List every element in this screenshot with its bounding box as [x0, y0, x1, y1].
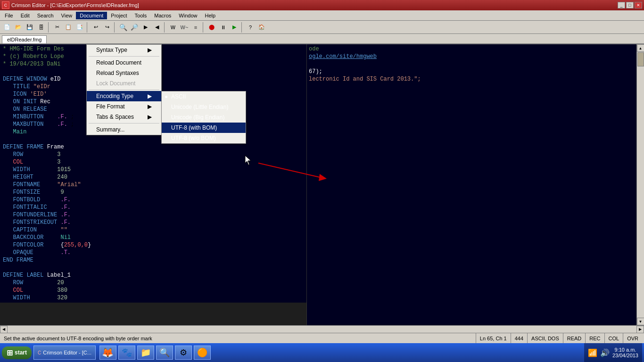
toolbar-save[interactable]: 💾 — [25, 22, 35, 33]
encoding-ascii[interactable]: ● ASCII — [162, 91, 246, 102]
submenu-arrow: ▶ — [148, 114, 152, 120]
separator — [89, 56, 159, 57]
system-clock: 9:10 a.m. 23/04/2013 — [612, 347, 638, 358]
toolbar-b2[interactable]: W~ — [179, 22, 190, 33]
toolbar-findprev[interactable]: ◀ — [152, 22, 162, 33]
toolbar-pause[interactable]: ⏸ — [218, 22, 228, 33]
menu-file-format[interactable]: File Format ▶ — [87, 101, 161, 112]
code-line: END FRAME — [0, 256, 306, 264]
code-line: FONTSTRIKEOUT .F. — [0, 219, 306, 226]
submenu-arrow: ▶ — [148, 103, 152, 110]
toolbar-undo[interactable]: ↩ — [91, 22, 101, 33]
status-message: Set the active document to UTF-8 encodin… — [2, 336, 476, 341]
code-line: BACKCOLOR Nil — [0, 234, 306, 241]
code-line: DEFINE FRAME Frame — [0, 143, 306, 151]
code-line: OPAQUE .T. — [0, 249, 306, 256]
menu-document[interactable]: Document — [76, 12, 107, 19]
submenu-arrow: ▶ — [148, 93, 152, 99]
menu-macros[interactable]: Macros — [150, 12, 175, 19]
toolbar-sep3 — [114, 22, 116, 33]
start-button[interactable]: ⊞ start — [2, 346, 32, 359]
encoding-utf8-nobom[interactable]: UTF-8 (w/o BOM) — [162, 133, 246, 143]
encoding-unicode-big[interactable]: Unicode (Big Endian) — [162, 112, 246, 123]
encoding-utf8-bom[interactable]: UTF-8 (with BOM) — [162, 123, 246, 133]
toolbar-home[interactable]: 🏠 — [256, 22, 267, 33]
scroll-thumb[interactable] — [637, 52, 644, 66]
submenu-arrow: ▶ — [148, 47, 152, 53]
document-dropdown: Syntax Type ▶ Reload Document Reload Syn… — [86, 44, 162, 135]
code-line: FONTBOLD .F. — [0, 196, 306, 204]
scroll-left-button[interactable]: ◀ — [0, 326, 8, 333]
maximize-button[interactable]: □ — [626, 2, 634, 8]
toolbar-new[interactable]: 📄 — [2, 22, 12, 33]
toolbar-find[interactable]: 🔍 — [118, 22, 128, 33]
menu-window[interactable]: Window — [175, 12, 201, 19]
encoding-submenu: ● ASCII Unicode (Little Endian) Unicode … — [161, 91, 246, 144]
encoding-unicode-little[interactable]: Unicode (Little Endian) — [162, 102, 246, 112]
toolbar-rec[interactable]: ⬤ — [206, 22, 217, 33]
toolbar-redo[interactable]: ↪ — [102, 22, 112, 33]
minimize-button[interactable]: _ — [618, 2, 625, 8]
close-button[interactable]: ✕ — [635, 2, 642, 8]
menu-syntax-type[interactable]: Syntax Type ▶ — [87, 45, 161, 55]
code-line: COL 3 — [0, 158, 306, 166]
toolbar-copy[interactable]: 📋 — [63, 22, 74, 33]
menu-lock-document: Lock Document — [87, 78, 161, 89]
scroll-right-button[interactable]: ▶ — [636, 326, 644, 333]
separator — [89, 90, 159, 90]
toolbar-paste[interactable]: 📑 — [74, 22, 85, 33]
hscroll-track[interactable] — [8, 326, 636, 333]
toolbar-play[interactable]: ▶ — [229, 22, 239, 33]
taskbar-app-item[interactable]: C Crimson Editor - [C... — [33, 346, 96, 360]
code-line: WIDTH 320 — [0, 294, 306, 302]
code-right-line: ogle.com/site/hmgweb — [307, 53, 636, 60]
taskbar-app5-icon[interactable]: ⚙ — [175, 346, 192, 360]
menu-file[interactable]: File — [1, 12, 17, 19]
title-bar: C Crimson Editor - [C:\EidExporter\Forms… — [0, 0, 644, 10]
toolbar-help[interactable]: ? — [245, 22, 256, 33]
toolbar-open[interactable]: 📂 — [13, 22, 24, 33]
scroll-up-button[interactable]: ▲ — [637, 44, 644, 52]
toolbar-b1[interactable]: W — [168, 22, 178, 33]
taskbar-app6-icon[interactable]: 🟠 — [194, 346, 211, 360]
taskbar-app3-icon[interactable]: 📁 — [137, 346, 154, 360]
scroll-down-button[interactable]: ▼ — [637, 318, 644, 325]
menu-search[interactable]: Search — [33, 12, 58, 19]
status-ovr: OVR — [623, 333, 642, 343]
toolbar-cut[interactable]: ✂ — [52, 22, 62, 33]
code-line: CAPTION "" — [0, 226, 306, 234]
menu-encoding-type[interactable]: Encoding Type ▶ ● ASCII Unicode (Little … — [87, 91, 161, 101]
horizontal-scrollbar[interactable]: ◀ ▶ — [0, 325, 644, 333]
taskbar-browser-icon[interactable]: 🦊 — [99, 346, 116, 360]
code-line: DEFINE LABEL Label_1 — [0, 272, 306, 279]
status-encoding: ASCII, DOS — [527, 333, 563, 343]
status-col: COL — [604, 333, 623, 343]
menu-view[interactable]: View — [58, 12, 76, 19]
menu-tabs-spaces[interactable]: Tabs & Spaces ▶ — [87, 112, 161, 122]
menu-reload-document[interactable]: Reload Document — [87, 58, 161, 68]
toolbar-saveall[interactable]: 🗄 — [36, 22, 46, 33]
taskbar-app2-icon[interactable]: 🐾 — [118, 346, 135, 360]
tab-eldreader[interactable]: elDReader.fmg — [2, 35, 47, 43]
toolbar-findnext[interactable]: ▶ — [140, 22, 151, 33]
menu-help[interactable]: Help — [201, 12, 219, 19]
taskbar-right: 📶 🔊 9:10 a.m. 23/04/2013 — [584, 343, 642, 362]
taskbar-app4-icon[interactable]: 🔍 — [156, 346, 173, 360]
menu-edit[interactable]: Edit — [17, 12, 33, 19]
code-line: FONTITALIC .F. — [0, 204, 306, 211]
status-col444: 444 — [511, 333, 527, 343]
menu-tools[interactable]: Tools — [131, 12, 151, 19]
tab-bar: elDReader.fmg — [0, 34, 644, 44]
toolbar-replace[interactable]: 🔎 — [129, 22, 140, 33]
scroll-track[interactable] — [637, 52, 644, 318]
menu-summary[interactable]: Summary... — [87, 124, 161, 135]
toolbar-b3[interactable]: ≡ — [190, 22, 201, 33]
code-line: COL 380 — [0, 287, 306, 294]
menu-project[interactable]: Project — [107, 12, 131, 19]
status-line: Ln 65, Ch 1 — [476, 333, 511, 343]
menu-reload-syntaxes[interactable]: Reload Syntaxes — [87, 68, 161, 78]
code-right-line: lectronic Id and SIS Card 2013."; — [307, 75, 636, 83]
window-controls[interactable]: _ □ ✕ — [618, 2, 642, 8]
toolbar-sep1 — [48, 22, 50, 33]
vertical-scrollbar[interactable]: ▲ ▼ — [636, 44, 644, 325]
